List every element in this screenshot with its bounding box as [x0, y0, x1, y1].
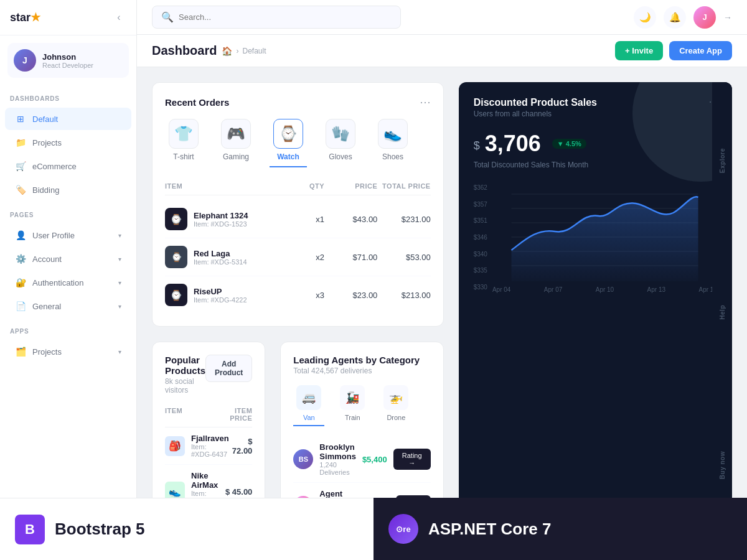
item-qty: x2	[271, 253, 324, 262]
product-image: 🎒	[165, 436, 185, 456]
tab-drone[interactable]: 🚁 Drone	[380, 385, 411, 426]
agents-title: Leading Agents by Category	[293, 355, 420, 365]
sidebar-item-label: Projects	[32, 347, 112, 357]
sidebar-item-label: Default	[32, 114, 121, 124]
product-info: 🎒 Fjallraven Item: #XDG-6437	[165, 434, 229, 458]
item-price: $71.00	[324, 253, 377, 262]
breadcrumb-current: Default	[242, 47, 266, 55]
item-name: Elephant 1324	[194, 211, 248, 220]
invite-button[interactable]: + Invite	[615, 41, 663, 60]
tab-van-label: Van	[303, 414, 315, 421]
home-icon: 🏠	[222, 46, 232, 56]
page-title: Dashboard	[152, 44, 217, 58]
promo-bootstrap: B Bootstrap 5	[137, 498, 374, 560]
page-title-area: Dashboard 🏠 › Default	[152, 44, 266, 58]
tag-icon: 🏷️	[15, 184, 26, 195]
product-price: $ 45.00	[223, 487, 253, 497]
grid-icon: ⊞	[15, 113, 26, 124]
doc-icon: 📄	[15, 301, 26, 312]
sidebar-item-user-profile[interactable]: 👤 User Profile ▾	[5, 224, 131, 246]
chevron-down-icon: ▾	[118, 348, 121, 355]
item-info: ⌚ Elephant 1324 Item: #XDG-1523	[165, 208, 271, 230]
help-nav-label[interactable]: Help	[719, 300, 726, 325]
sidebar-item-label: Authentication	[32, 278, 112, 287]
theme-toggle-button[interactable]: 🌙	[634, 6, 656, 29]
search-box[interactable]: 🔍	[152, 6, 401, 29]
arrow-icon[interactable]: →	[723, 12, 732, 22]
gaming-icon: 🎮	[221, 119, 251, 149]
table-row: ⌚ Elephant 1324 Item: #XDG-1523 x1 $43.0…	[165, 200, 431, 238]
table-row: ⌚ RiseUP Item: #XDG-4222 x3 $23.00 $213.…	[165, 276, 431, 314]
sidebar-item-projects[interactable]: 📁 Projects	[5, 131, 131, 154]
item-qty: x1	[271, 215, 324, 224]
list-item: 🎒 Fjallraven Item: #XDG-6437 $ 72.00	[165, 427, 252, 465]
card-menu-icon[interactable]: ⋯	[420, 95, 431, 109]
sidebar-item-label: eCommerce	[32, 162, 121, 171]
tab-van[interactable]: 🚐 Van	[293, 385, 324, 426]
drone-icon: 🚁	[383, 385, 408, 410]
search-input[interactable]	[179, 12, 392, 22]
tab-train[interactable]: 🚂 Train	[337, 385, 368, 426]
sidebar-item-account[interactable]: ⚙️ Account ▾	[5, 248, 131, 270]
products-table-header: ITEM ITEM PRICE	[165, 402, 252, 427]
sidebar-item-authentication[interactable]: 🔐 Authentication ▾	[5, 271, 131, 294]
topbar-right: 🌙 🔔 J →	[634, 6, 732, 29]
item-price: $23.00	[324, 291, 377, 300]
aspnet-label: ASP.NET Core 7	[428, 520, 551, 539]
agents-subtitle: Total 424,567 deliveries	[293, 366, 420, 375]
van-icon: 🚐	[296, 385, 321, 410]
agent-list-item: BS Brooklyn Simmons 1,240 Deliveries $5,…	[293, 436, 430, 483]
sidebar-item-label: Bidding	[32, 185, 121, 195]
buy-now-nav-label[interactable]: Buy now	[719, 446, 726, 484]
chart-wrapper: $362 $357 $351 $346 $340 $335 $330	[474, 182, 717, 293]
item-name: RiseUP	[194, 287, 247, 296]
topbar-user-avatar[interactable]: J	[693, 6, 716, 29]
breadcrumb: 🏠 › Default	[222, 46, 266, 56]
notification-button[interactable]: 🔔	[664, 6, 686, 29]
sidebar-item-bidding[interactable]: 🏷️ Bidding	[5, 179, 131, 201]
sidebar-item-default[interactable]: ⊞ Default	[5, 108, 131, 130]
sidebar-item-label: User Profile	[32, 231, 112, 240]
sidebar-item-apps-projects[interactable]: 🗂️ Projects ▾	[5, 340, 131, 363]
item-total: $231.00	[377, 215, 430, 224]
chevron-down-icon: ▾	[118, 256, 121, 263]
tab-tshirt[interactable]: 👕 T-shirt	[165, 119, 202, 167]
sidebar-item-label: Account	[32, 254, 112, 264]
watch-icon: ⌚	[273, 119, 303, 149]
tab-shoes[interactable]: 👟 Shoes	[374, 119, 411, 167]
logo-star: ★	[31, 11, 40, 24]
explore-nav-label[interactable]: Explore	[719, 143, 726, 178]
table-row: ⌚ Red Laga Item: #XDG-5314 x2 $71.00 $53…	[165, 238, 431, 276]
add-product-button[interactable]: Add Product	[205, 355, 252, 382]
line-chart	[492, 182, 717, 281]
create-app-button[interactable]: Create App	[669, 41, 732, 60]
agent-category-tabs: 🚐 Van 🚂 Train 🚁 Drone	[293, 385, 430, 426]
tab-gloves[interactable]: 🧤 Gloves	[322, 119, 359, 167]
page-actions: + Invite Create App	[615, 41, 732, 60]
folder-alt-icon: 🗂️	[15, 346, 26, 357]
currency-symbol: $	[474, 139, 480, 152]
item-price: $43.00	[324, 215, 377, 224]
y-label: $346	[474, 234, 487, 241]
sidebar-item-general[interactable]: 📄 General ▾	[5, 295, 131, 317]
item-details: Red Laga Item: #XDG-5314	[194, 249, 247, 266]
col-price: PRICE	[324, 182, 377, 190]
tab-watch[interactable]: ⌚ Watch	[270, 119, 307, 167]
main-area: 🔍 🌙 🔔 J → Dashboard 🏠 › Default + Invite…	[137, 0, 747, 560]
x-label: Apr 10	[596, 286, 614, 293]
rating-button[interactable]: Rating →	[393, 449, 431, 470]
stat-label: Total Discounted Sales This Month	[474, 161, 717, 169]
tab-gaming[interactable]: 🎮 Gaming	[217, 119, 255, 167]
chevron-down-icon: ▾	[118, 279, 121, 286]
stat-row: $ 3,706 ▼ 4.5%	[474, 131, 717, 157]
tab-tshirt-label: T-shirt	[173, 152, 194, 161]
app-logo: star★	[10, 11, 40, 24]
sidebar-toggle-button[interactable]: ‹	[111, 10, 126, 25]
recent-orders-header: Recent Orders ⋯	[165, 95, 431, 109]
col-item-price: ITEM PRICE	[223, 407, 253, 422]
agent-deliveries: 1,240 Deliveries	[319, 461, 356, 476]
sidebar-item-ecommerce[interactable]: 🛒 eCommerce	[5, 155, 131, 177]
stat-amount: 3,706	[485, 131, 541, 157]
tab-drone-label: Drone	[387, 414, 405, 421]
promo-aspnet: ⊙re ASP.NET Core 7	[374, 498, 747, 560]
